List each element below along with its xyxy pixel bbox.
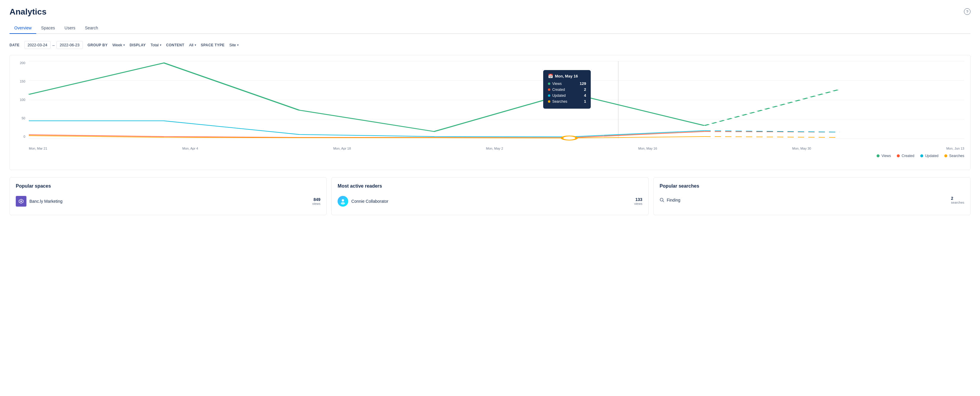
date-separator: – <box>52 43 55 48</box>
legend-created: Created <box>897 154 914 158</box>
views-line-solid <box>29 63 705 131</box>
tooltip-label-created: Created <box>552 87 565 92</box>
tooltip-val-updated: 4 <box>584 93 586 98</box>
x-label-may2: Mon, May 2 <box>486 147 503 150</box>
chart-legend: Views Created Updated Searches <box>16 154 964 158</box>
tab-search[interactable]: Search <box>80 22 103 34</box>
space-views-label: views <box>312 202 321 206</box>
search-left: Finding <box>660 198 681 203</box>
space-type-select[interactable]: Site ▾ <box>229 43 239 47</box>
filters-bar: DATE 2022-03-24 – 2022-06-23 GROUP BY We… <box>10 41 970 49</box>
reader-views: 133 views <box>634 197 643 206</box>
space-icon <box>16 196 27 207</box>
y-label-0: 0 <box>24 135 25 138</box>
space-views: 849 views <box>312 197 321 206</box>
reader-item: Connie Collaborator 133 views <box>337 193 642 209</box>
legend-label-created: Created <box>902 154 914 158</box>
display-select[interactable]: Total ▾ <box>150 43 161 47</box>
svg-line-4 <box>663 201 664 202</box>
tab-users[interactable]: Users <box>60 22 80 34</box>
chevron-down-icon: ▾ <box>123 43 125 47</box>
x-label-may30: Mon, May 30 <box>792 147 811 150</box>
chart-inner: 📅 Mon, May 16 Views 129 Created <box>29 61 964 138</box>
content-label: CONTENT <box>166 43 184 47</box>
search-count-group: 2 searches <box>951 196 964 204</box>
legend-updated: Updated <box>920 154 939 158</box>
most-active-readers-title: Most active readers <box>337 184 642 189</box>
date-label: DATE <box>10 43 20 47</box>
search-item: Finding 2 searches <box>660 193 964 207</box>
tooltip-label-searches: Searches <box>552 100 567 104</box>
date-from[interactable]: 2022-03-24 <box>24 41 51 49</box>
search-icon <box>660 198 664 203</box>
tooltip-val-views: 129 <box>580 81 586 86</box>
tooltip-row-updated: Updated 4 <box>548 93 586 98</box>
space-icon-svg <box>18 198 24 204</box>
avatar <box>337 196 348 207</box>
legend-dot-views <box>877 154 880 157</box>
space-item-left: Banc.ly Marketing <box>16 196 62 207</box>
searches-line-dashed <box>705 136 840 138</box>
popular-searches-panel: Popular searches Finding 2 searches <box>654 177 970 215</box>
chart-tooltip: 📅 Mon, May 16 Views 129 Created <box>543 70 591 109</box>
group-by-label: GROUP BY <box>88 43 108 47</box>
x-label-jun13: Mon, Jun 13 <box>946 147 964 150</box>
y-label-100: 100 <box>20 98 25 101</box>
content-select[interactable]: All ▾ <box>189 43 196 47</box>
popular-spaces-panel: Popular spaces Banc.ly Marketing 849 vie… <box>10 177 326 215</box>
chart-svg <box>29 61 964 138</box>
tooltip-header: 📅 Mon, May 16 <box>548 74 586 78</box>
help-icon[interactable]: ? <box>964 8 970 15</box>
date-to[interactable]: 2022-06-23 <box>56 41 83 49</box>
legend-views: Views <box>877 154 891 158</box>
y-label-200: 200 <box>20 61 25 65</box>
x-label-mar21: Mon, Mar 21 <box>29 147 47 150</box>
tooltip-row-searches: Searches 1 <box>548 99 586 104</box>
tooltip-dot-updated <box>548 94 550 97</box>
tooltip-date: Mon, May 16 <box>555 74 578 78</box>
most-active-readers-panel: Most active readers Connie Collaborator … <box>331 177 648 215</box>
svg-point-2 <box>341 202 345 204</box>
tooltip-row-views: Views 129 <box>548 81 586 86</box>
x-label-apr18: Mon, Apr 18 <box>333 147 351 150</box>
bottom-panels: Popular spaces Banc.ly Marketing 849 vie… <box>10 177 970 215</box>
date-range: 2022-03-24 – 2022-06-23 <box>24 41 83 49</box>
updated-line-solid <box>29 121 705 137</box>
popular-spaces-title: Popular spaces <box>16 184 320 189</box>
chart-area: 200 150 100 50 0 <box>16 61 964 150</box>
svg-point-1 <box>342 199 344 201</box>
legend-searches: Searches <box>944 154 964 158</box>
main-tabs: Overview Spaces Users Search <box>10 22 970 34</box>
x-axis: Mon, Mar 21 Mon, Apr 4 Mon, Apr 18 Mon, … <box>29 147 964 150</box>
legend-dot-created <box>897 154 900 157</box>
space-name: Banc.ly Marketing <box>29 199 62 204</box>
chevron-down-icon-4: ▾ <box>237 43 239 47</box>
chevron-down-icon-3: ▾ <box>195 43 196 47</box>
tooltip-label-updated: Updated <box>552 93 565 98</box>
tooltip-dot-views <box>548 82 550 85</box>
legend-dot-searches <box>944 154 947 157</box>
reader-left: Connie Collaborator <box>337 196 388 207</box>
avatar-icon <box>339 198 347 205</box>
tooltip-dot-searches <box>548 100 550 103</box>
tooltip-row-created: Created 2 <box>548 87 586 92</box>
tab-overview[interactable]: Overview <box>10 22 36 34</box>
popular-searches-title: Popular searches <box>660 184 964 189</box>
x-label-apr4: Mon, Apr 4 <box>183 147 198 150</box>
y-label-150: 150 <box>20 79 25 83</box>
grid-line-0 <box>29 138 964 139</box>
search-count: 2 <box>951 196 964 201</box>
search-query: Finding <box>667 198 681 203</box>
x-label-may16: Mon, May 16 <box>638 147 657 150</box>
legend-label-updated: Updated <box>925 154 939 158</box>
legend-label-views: Views <box>881 154 891 158</box>
y-label-50: 50 <box>22 116 25 120</box>
group-by-select[interactable]: Week ▾ <box>112 43 125 47</box>
y-axis: 200 150 100 50 0 <box>16 61 28 138</box>
tooltip-val-created: 2 <box>584 87 586 92</box>
page-title: Analytics <box>10 7 970 17</box>
analytics-chart: 200 150 100 50 0 <box>10 55 970 170</box>
tooltip-val-searches: 1 <box>584 99 586 104</box>
tab-spaces[interactable]: Spaces <box>36 22 60 34</box>
svg-point-0 <box>21 201 22 202</box>
